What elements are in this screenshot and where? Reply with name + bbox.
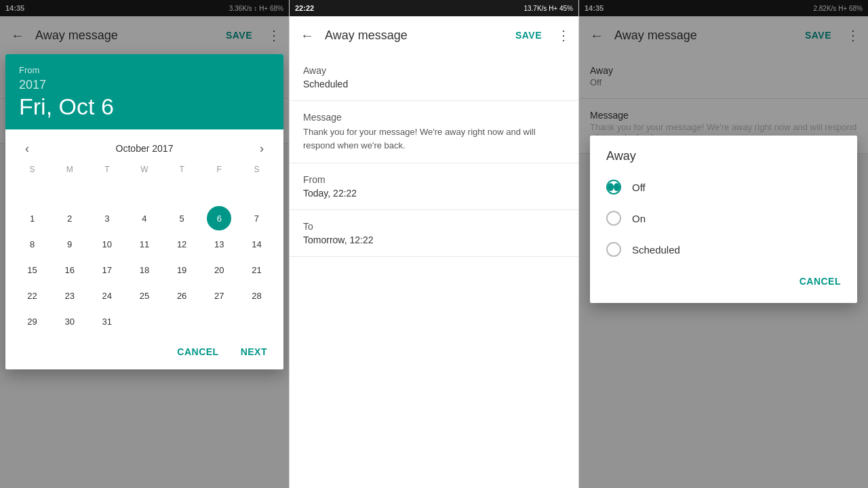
radio-circle-on <box>606 211 621 226</box>
day-header-t1: T <box>88 162 125 177</box>
cal-day-30[interactable]: 30 <box>58 309 82 333</box>
cal-actions: CANCEL NEXT <box>5 334 283 369</box>
cal-header: From 2017 Fri, Oct 6 <box>5 54 283 129</box>
cal-day-25[interactable]: 25 <box>132 283 157 308</box>
save-button-2[interactable]: SAVE <box>511 24 546 46</box>
cal-day-11[interactable]: 11 <box>132 232 157 256</box>
day-header-t2: T <box>163 162 201 177</box>
day-header-m: M <box>51 162 88 177</box>
radio-label-on: On <box>632 213 646 224</box>
cal-day-14[interactable]: 14 <box>244 232 269 256</box>
cal-day-4[interactable]: 4 <box>132 206 157 230</box>
radio-label-off: Off <box>632 182 646 193</box>
cal-day-22[interactable]: 22 <box>20 283 45 308</box>
status-bar-2: 22:22 13.7K/s H+ 45% <box>290 0 578 16</box>
cal-day-12[interactable]: 12 <box>170 232 194 256</box>
cal-day-empty <box>20 180 45 205</box>
back-icon-2[interactable]: ← <box>295 23 319 47</box>
panel-3: 14:35 2.82K/s H+ 68% ← Away message SAVE… <box>578 0 868 488</box>
more-icon-2[interactable]: ⋮ <box>551 23 576 47</box>
cal-day-31[interactable]: 31 <box>95 309 119 333</box>
cancel-button-3[interactable]: CANCEL <box>794 270 846 292</box>
away-label: Away <box>303 65 565 76</box>
app-bar-2: ← Away message SAVE ⋮ <box>290 16 578 54</box>
cal-day-27[interactable]: 27 <box>207 283 231 308</box>
cal-day-empty <box>207 309 231 333</box>
away-row-to[interactable]: To Tomorrow, 12:22 <box>290 210 578 257</box>
cal-day-23[interactable]: 23 <box>58 283 82 308</box>
month-label: October 2017 <box>116 143 174 154</box>
status-icons-2: 13.7K/s H+ 45% <box>524 5 573 12</box>
cal-day-3[interactable]: 3 <box>95 206 119 230</box>
panel-1: 14:35 3.36K/s ↕ H+ 68% ← Away message SA… <box>0 0 289 488</box>
cal-day-empty <box>95 180 119 205</box>
day-header-s2: S <box>238 162 275 177</box>
cal-grid: S M T W T F S 1 2 3 4 <box>5 162 283 334</box>
cal-day-16[interactable]: 16 <box>58 258 82 282</box>
to-value: Tomorrow, 12:22 <box>303 235 565 245</box>
next-month-button[interactable]: › <box>251 138 273 159</box>
day-header-w: W <box>125 162 163 177</box>
cal-day-empty <box>132 180 157 205</box>
away-row-status[interactable]: Away Scheduled <box>290 54 578 101</box>
cal-day-18[interactable]: 18 <box>132 258 157 282</box>
cancel-button[interactable]: CANCEL <box>172 342 224 361</box>
cal-day-empty <box>244 309 269 333</box>
day-header-f: F <box>201 162 238 177</box>
cal-day-26[interactable]: 26 <box>170 283 194 308</box>
cal-day-empty <box>244 180 269 205</box>
cal-day-28[interactable]: 28 <box>244 283 269 308</box>
time-2: 22:22 <box>295 4 314 12</box>
cal-day-10[interactable]: 10 <box>95 232 119 256</box>
cal-day-29[interactable]: 29 <box>20 309 45 333</box>
cal-nav: ‹ October 2017 › <box>5 129 283 162</box>
cal-day-6[interactable]: 6 <box>207 206 231 230</box>
radio-actions: CANCEL <box>590 265 857 303</box>
away-row-message[interactable]: Message Thank you for your message! We'r… <box>290 101 578 163</box>
cal-day-empty <box>170 309 194 333</box>
cal-day-20[interactable]: 20 <box>207 258 231 282</box>
app-title-2: Away message <box>325 28 506 43</box>
panel-2: 22:22 13.7K/s H+ 45% ← Away message SAVE… <box>289 0 578 488</box>
cal-day-5[interactable]: 5 <box>170 206 194 230</box>
radio-circle-off <box>606 180 621 195</box>
cal-day-17[interactable]: 17 <box>95 258 119 282</box>
to-label: To <box>303 221 565 232</box>
radio-label-scheduled: Scheduled <box>632 244 680 256</box>
prev-month-button[interactable]: ‹ <box>16 138 38 159</box>
cal-day-7[interactable]: 7 <box>244 206 269 230</box>
from-label: From <box>19 65 270 75</box>
radio-option-scheduled[interactable]: Scheduled <box>590 234 857 265</box>
cal-day-empty <box>132 309 157 333</box>
from-value: Today, 22:22 <box>303 188 565 199</box>
cal-day-empty <box>170 180 194 205</box>
away-row-from[interactable]: From Today, 22:22 <box>290 163 578 210</box>
cal-day-13[interactable]: 13 <box>207 232 231 256</box>
calendar-dialog: From 2017 Fri, Oct 6 ‹ October 2017 › S … <box>5 54 283 369</box>
radio-circle-scheduled <box>606 242 621 257</box>
next-button[interactable]: NEXT <box>235 342 273 361</box>
cal-day-1[interactable]: 1 <box>20 206 45 230</box>
radio-dialog: Away Off On Scheduled CANCEL <box>590 136 857 303</box>
radio-option-off[interactable]: Off <box>590 171 857 203</box>
away-value: Scheduled <box>303 79 565 89</box>
cal-day-2[interactable]: 2 <box>58 206 82 230</box>
day-headers: S M T W T F S <box>14 162 275 177</box>
cal-day-empty <box>207 180 231 205</box>
cal-day-8[interactable]: 8 <box>20 232 45 256</box>
message-value: Thank you for your message! We're away r… <box>303 125 565 152</box>
dialog-title: Away <box>590 136 857 171</box>
cal-days: 1 2 3 4 5 6 7 8 9 10 11 12 13 14 15 16 1… <box>14 180 275 334</box>
cal-day-9[interactable]: 9 <box>58 232 82 256</box>
away-content: Away Scheduled Message Thank you for you… <box>290 54 578 488</box>
cal-day-21[interactable]: 21 <box>244 258 269 282</box>
cal-day-24[interactable]: 24 <box>95 283 119 308</box>
from-label: From <box>303 174 565 185</box>
cal-day-empty <box>58 180 82 205</box>
cal-date: Fri, Oct 6 <box>19 94 270 120</box>
cal-day-19[interactable]: 19 <box>170 258 194 282</box>
cal-day-15[interactable]: 15 <box>20 258 45 282</box>
day-header-s1: S <box>14 162 51 177</box>
message-label: Message <box>303 112 565 123</box>
radio-option-on[interactable]: On <box>590 203 857 234</box>
